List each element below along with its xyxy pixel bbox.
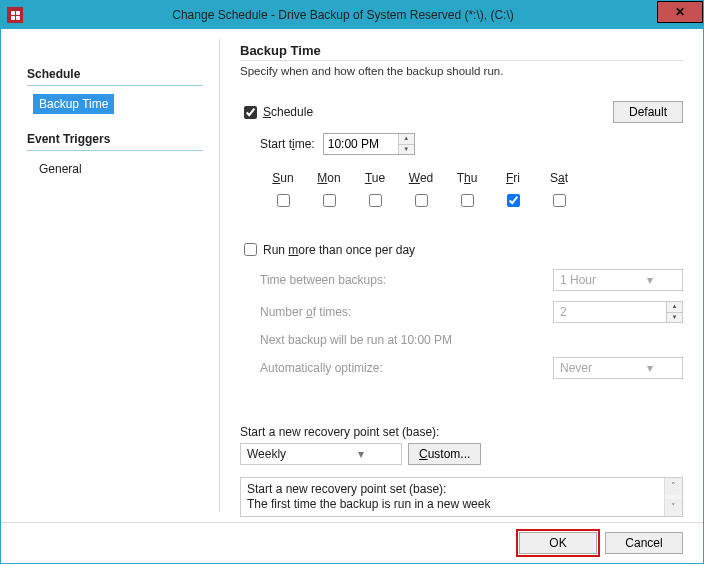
svg-rect-3 [16,16,20,20]
interval-value: 1 Hour [554,273,618,287]
count-label: Number of times: [260,305,553,319]
desc-line-1: Start a new recovery point set (base): [247,482,660,497]
multi-run-checkbox[interactable] [244,243,257,256]
chevron-down-icon: ▾ [321,447,401,461]
day-check-sat[interactable] [553,194,566,207]
day-header-wed: Wed [398,171,444,185]
schedule-checkbox-row[interactable]: Schedule [240,103,313,122]
count-input-wrap: ▲ ▼ [553,301,683,323]
day-header-sun: Sun [260,171,306,185]
close-icon: ✕ [675,5,685,19]
recovery-select-value: Weekly [241,447,321,461]
multi-run-label: Run more than once per day [263,243,415,257]
desc-line-2: The first time the backup is run in a ne… [247,497,660,512]
count-spinner-down: ▼ [667,313,682,323]
spinner-up[interactable]: ▲ [399,134,414,145]
day-header-mon: Mon [306,171,352,185]
count-spinner: ▲ ▼ [666,302,682,322]
app-icon [7,7,23,23]
multi-run-checkbox-row[interactable]: Run more than once per day [240,240,683,259]
custom-button[interactable]: Custom... [408,443,481,465]
titlebar: Change Schedule - Drive Backup of System… [1,1,703,29]
sidebar-item-general[interactable]: General [33,159,88,179]
default-button[interactable]: Default [613,101,683,123]
day-header-sat: Sat [536,171,582,185]
day-check-sun[interactable] [277,194,290,207]
window-title: Change Schedule - Drive Backup of System… [23,8,703,22]
optimize-select: Never ▾ [553,357,683,379]
chevron-down-icon: ▾ [618,273,682,287]
dialog-window: Change Schedule - Drive Backup of System… [0,0,704,564]
next-run-text: Next backup will be run at 10:00 PM [260,333,683,347]
ok-button[interactable]: OK [519,532,597,554]
sidebar-item-backup-time[interactable]: Backup Time [33,94,114,114]
sidebar: Schedule Backup Time Event Triggers Gene… [1,29,219,522]
day-check-tue[interactable] [369,194,382,207]
cancel-button[interactable]: Cancel [605,532,683,554]
day-check-fri[interactable] [507,194,520,207]
start-time-label: Start time: [260,137,315,151]
desc-scrollbar[interactable]: ˄ ˅ [664,478,682,516]
start-time-input-wrap: ▲ ▼ [323,133,415,155]
day-header-fri: Fri [490,171,536,185]
scroll-down-icon[interactable]: ˅ [665,499,682,516]
interval-select: 1 Hour ▾ [553,269,683,291]
scroll-up-icon[interactable]: ˄ [665,478,682,495]
dialog-footer: OK Cancel [1,522,703,563]
page-heading: Backup Time [240,43,683,61]
day-header-tue: Tue [352,171,398,185]
svg-rect-2 [11,16,15,20]
day-header-thu: Thu [444,171,490,185]
count-spinner-up: ▲ [667,302,682,313]
day-check-thu[interactable] [461,194,474,207]
sidebar-header-schedule: Schedule [27,67,203,86]
recovery-select[interactable]: Weekly ▾ [240,443,402,465]
day-check-wed[interactable] [415,194,428,207]
svg-rect-1 [16,11,20,15]
svg-rect-0 [11,11,15,15]
start-time-input[interactable] [324,134,398,154]
days-grid: Sun Mon Tue Wed Thu Fri Sat [260,171,683,210]
optimize-label: Automatically optimize: [260,361,553,375]
optimize-value: Never [554,361,618,375]
schedule-checkbox[interactable] [244,106,257,119]
main-pane: Backup Time Specify when and how often t… [220,29,703,522]
day-check-mon[interactable] [323,194,336,207]
time-spinner: ▲ ▼ [398,134,414,154]
recovery-label: Start a new recovery point set (base): [240,425,683,439]
count-input [554,305,682,319]
schedule-checkbox-label: Schedule [263,105,313,119]
interval-label: Time between backups: [260,273,553,287]
page-subtitle: Specify when and how often the backup sh… [240,65,683,77]
close-button[interactable]: ✕ [657,1,703,23]
sidebar-header-event-triggers: Event Triggers [27,132,203,151]
spinner-down[interactable]: ▼ [399,145,414,155]
chevron-down-icon: ▾ [618,361,682,375]
recovery-description-box: Start a new recovery point set (base): T… [240,477,683,517]
